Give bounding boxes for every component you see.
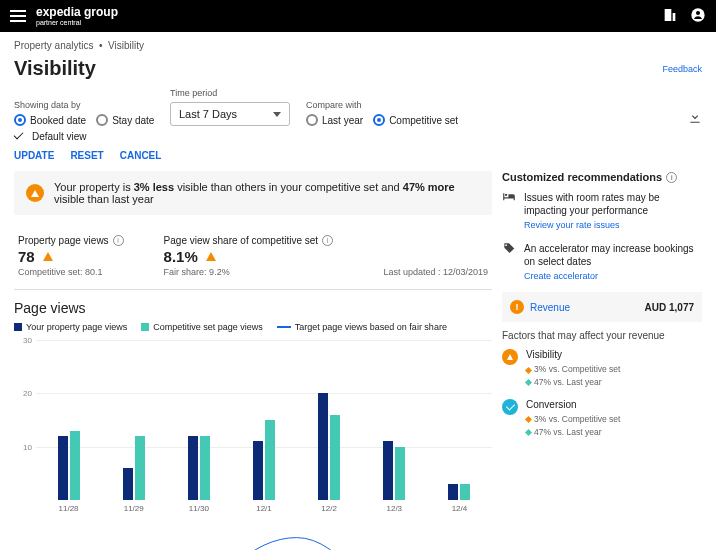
download-icon[interactable] bbox=[688, 110, 702, 126]
bar[interactable] bbox=[123, 468, 133, 500]
recommendation-item: Issues with room rates may be impacting … bbox=[502, 191, 702, 232]
building-icon[interactable] bbox=[662, 7, 678, 25]
bar[interactable] bbox=[448, 484, 458, 500]
page-title: Visibility bbox=[14, 57, 96, 80]
bar[interactable] bbox=[383, 441, 393, 500]
feedback-link[interactable]: Feedback bbox=[662, 64, 702, 74]
time-period-label: Time period bbox=[170, 88, 290, 98]
check-icon bbox=[502, 399, 518, 415]
bar[interactable] bbox=[460, 484, 470, 500]
bar[interactable] bbox=[70, 431, 80, 500]
review-rate-issues-link[interactable]: Review your rate issues bbox=[524, 220, 702, 232]
update-button[interactable]: UPDATE bbox=[14, 150, 54, 161]
radio-last-year[interactable]: Last year bbox=[306, 114, 363, 126]
warning-icon bbox=[206, 252, 216, 261]
last-updated: Last updated : 12/03/2019 bbox=[383, 267, 488, 277]
warning-icon: ! bbox=[510, 300, 524, 314]
showing-data-label: Showing data by bbox=[14, 100, 164, 110]
page-views-chart: 102030 11/2811/2911/3012/112/212/312/4 bbox=[14, 340, 492, 520]
brand-logo: expedia group partner central bbox=[36, 6, 118, 26]
factor-conversion: Conversion 3% vs. Competitive set 47% vs… bbox=[502, 399, 702, 439]
compare-with-label: Compare with bbox=[306, 100, 458, 110]
radio-booked-date[interactable]: Booked date bbox=[14, 114, 86, 126]
bar[interactable] bbox=[253, 441, 263, 500]
info-icon[interactable]: i bbox=[322, 235, 333, 246]
bar[interactable] bbox=[330, 415, 340, 500]
brand-sub: partner central bbox=[36, 19, 118, 26]
factor-visibility: Visibility 3% vs. Competitive set 47% vs… bbox=[502, 349, 702, 389]
revenue-amount: AUD 1,077 bbox=[645, 302, 694, 313]
create-accelerator-link[interactable]: Create accelerator bbox=[524, 271, 702, 283]
bar[interactable] bbox=[200, 436, 210, 500]
radio-stay-date[interactable]: Stay date bbox=[96, 114, 154, 126]
time-period-dropdown[interactable]: Last 7 Days bbox=[170, 102, 290, 126]
recommendation-item: An accelerator may increase bookings on … bbox=[502, 242, 702, 283]
bed-icon bbox=[502, 191, 516, 203]
visibility-banner: Your property is 3% less visible than ot… bbox=[14, 171, 492, 215]
metric-share: Page view share of competitive seti 8.1%… bbox=[164, 235, 334, 277]
info-icon[interactable]: i bbox=[666, 172, 677, 183]
banner-text: Your property is 3% less visible than ot… bbox=[54, 181, 480, 205]
revenue-box[interactable]: ! Revenue AUD 1,077 bbox=[502, 292, 702, 322]
breadcrumb: Property analytics • Visibility bbox=[0, 32, 716, 55]
radio-competitive-set[interactable]: Competitive set bbox=[373, 114, 458, 126]
warning-icon bbox=[502, 349, 518, 365]
menu-icon[interactable] bbox=[10, 10, 26, 22]
bar[interactable] bbox=[265, 420, 275, 500]
revenue-label: Revenue bbox=[530, 302, 570, 313]
bar[interactable] bbox=[188, 436, 198, 500]
bar[interactable] bbox=[395, 447, 405, 500]
metric-page-views: Property page viewsi 78 Competitive set:… bbox=[18, 235, 124, 277]
warning-icon bbox=[26, 184, 44, 202]
chevron-down-icon bbox=[273, 112, 281, 117]
cancel-button[interactable]: CANCEL bbox=[120, 150, 162, 161]
brand-main: expedia group bbox=[36, 6, 118, 18]
check-icon bbox=[14, 130, 26, 142]
time-period-value: Last 7 Days bbox=[179, 108, 237, 120]
account-icon[interactable] bbox=[690, 7, 706, 25]
info-icon[interactable]: i bbox=[113, 235, 124, 246]
recommendations-title: Customized recommendations bbox=[502, 171, 662, 183]
chart-title: Page views bbox=[14, 300, 492, 316]
tag-icon bbox=[502, 242, 516, 254]
bar[interactable] bbox=[318, 393, 328, 500]
reset-button[interactable]: RESET bbox=[70, 150, 103, 161]
warning-icon bbox=[43, 252, 53, 261]
chart-legend: Your property page views Competitive set… bbox=[14, 322, 492, 332]
breadcrumb-current: Visibility bbox=[108, 40, 144, 51]
bar[interactable] bbox=[135, 436, 145, 500]
bar[interactable] bbox=[58, 436, 68, 500]
filter-bar: Showing data by Booked date Stay date Ti… bbox=[0, 88, 716, 130]
top-bar: expedia group partner central bbox=[0, 0, 716, 32]
svg-point-1 bbox=[696, 11, 700, 15]
breadcrumb-parent[interactable]: Property analytics bbox=[14, 40, 93, 51]
default-view-label: Default view bbox=[32, 131, 86, 142]
factors-title: Factors that may affect your revenue bbox=[502, 330, 702, 341]
